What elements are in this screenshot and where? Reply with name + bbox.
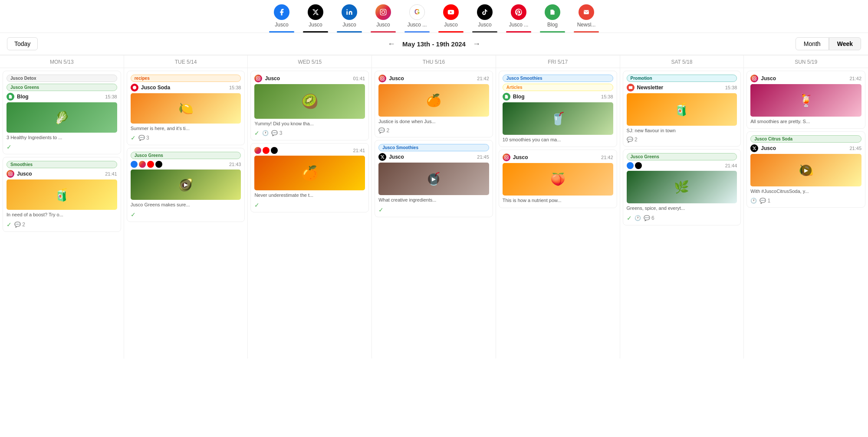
social-label-google: Jusco ... bbox=[408, 22, 427, 28]
card-header-tue-1: Jusco Soda 15:38 bbox=[131, 84, 241, 91]
svg-rect-9 bbox=[381, 77, 384, 80]
pinterest-platform-icon bbox=[131, 84, 138, 91]
day-header-tue: TUE 5/14 bbox=[124, 55, 248, 68]
card-text-tue-2: Jusco Greens makes sure... bbox=[131, 202, 241, 208]
tt-sm-icon bbox=[155, 161, 162, 168]
card-footer-sat-2: ✓ 🕐 💬 6 bbox=[627, 215, 737, 222]
yt-sm-icon bbox=[147, 161, 154, 168]
tag-recipes: recipes bbox=[131, 75, 241, 82]
social-item-blog[interactable]: Blog bbox=[537, 4, 568, 33]
day-header-sat: SAT 5/18 bbox=[620, 55, 744, 68]
card-time: 21:42 bbox=[477, 76, 489, 81]
day-col-fri: FRI 5/17 Jusco Smoothies Articles Blog 1… bbox=[496, 55, 620, 359]
card-image-wed-2: 🍊 bbox=[254, 156, 365, 190]
card-image-tue-1: 🍋 bbox=[131, 93, 241, 124]
month-view-button[interactable]: Month bbox=[796, 37, 829, 50]
card-header-fri-2: Jusco 21:42 bbox=[503, 153, 613, 161]
social-item-instagram[interactable]: Jusco bbox=[368, 4, 398, 33]
card-fri-1[interactable]: Jusco Smoothies Articles Blog 15:38 🥤 10… bbox=[499, 71, 617, 147]
card-sun-1[interactable]: Jusco 21:42 🍹 All smoothies are pretty. … bbox=[746, 71, 865, 129]
social-underline-twitter bbox=[303, 31, 328, 33]
card-wed-2[interactable]: 21:41 🍊 Never underestimate the t... ✓ bbox=[250, 143, 369, 212]
check-icon: ✓ bbox=[7, 221, 12, 228]
card-text-sat-2: Greens, spice, and everyt... bbox=[627, 205, 737, 212]
tag-articles: Articles bbox=[503, 84, 613, 91]
card-platform-label: Jusco bbox=[761, 145, 847, 151]
card-platform-label: Jusco bbox=[389, 154, 474, 160]
card-footer-mon-2: ✓ 💬 2 bbox=[7, 221, 117, 228]
card-image-thu-1: 🍊 bbox=[378, 84, 489, 117]
social-item-facebook[interactable]: Jusco bbox=[266, 4, 297, 33]
card-footer-wed-1: ✓ 🕐 💬 3 bbox=[254, 130, 365, 137]
card-footer-thu-1: 💬 2 bbox=[378, 127, 489, 134]
social-label-pinterest: Jusco ... bbox=[509, 22, 529, 28]
card-header-wed-2: 21:41 bbox=[254, 147, 365, 154]
card-platform-label: Newsletter bbox=[637, 85, 723, 91]
card-header-sat-2: 21:44 bbox=[627, 162, 737, 169]
social-item-tiktok[interactable]: Jusco bbox=[470, 4, 500, 33]
card-time: 15:38 bbox=[229, 85, 241, 90]
card-text-mon-1: 3 Healthy Ingredients to ... bbox=[7, 134, 117, 141]
day-content-thu: Jusco 21:42 🍊 Justice is done when Jus..… bbox=[372, 68, 496, 359]
day-header-thu: THU 5/16 bbox=[372, 55, 496, 68]
day-header-sun: SUN 5/19 bbox=[744, 55, 868, 68]
blog-icon bbox=[545, 4, 560, 20]
card-mon-1[interactable]: Jusco Detox Jusco Greens Blog 15:38 🥬 3 … bbox=[3, 71, 121, 154]
social-label-newsletter: Newsl... bbox=[577, 22, 596, 28]
card-time: 15:38 bbox=[601, 94, 613, 99]
card-wed-1[interactable]: Jusco 01:41 🥝 Yummy! Did you know tha...… bbox=[250, 71, 369, 140]
card-thu-2[interactable]: Jusco Smoothies Jusco 21:45 🥤 ▶ What cre… bbox=[375, 140, 493, 217]
social-item-linkedin[interactable]: Jusco bbox=[334, 4, 365, 33]
card-header-sat-1: Newsletter 15:38 bbox=[627, 84, 737, 91]
check-icon: ✓ bbox=[131, 211, 136, 218]
social-underline-facebook bbox=[269, 31, 294, 33]
check-icon: ✓ bbox=[254, 130, 260, 137]
day-col-thu: THU 5/16 Jusco 21:42 🍊 Justice is done w… bbox=[372, 55, 496, 359]
day-header-mon: MON 5/13 bbox=[0, 55, 124, 68]
card-fri-2[interactable]: Jusco 21:42 🍑 This is how a nutrient pow… bbox=[499, 150, 617, 208]
comment-icon: 💬 1 bbox=[760, 198, 770, 204]
social-item-twitter[interactable]: Jusco bbox=[300, 4, 331, 33]
multi-platform-icons bbox=[627, 162, 642, 169]
card-image-fri-2: 🍑 bbox=[503, 163, 613, 196]
instagram-platform-icon bbox=[254, 75, 262, 82]
card-header-fri-1: Blog 15:38 bbox=[503, 93, 613, 101]
today-button[interactable]: Today bbox=[7, 37, 38, 50]
card-header-mon-1: Blog 15:38 bbox=[7, 93, 117, 101]
social-item-youtube[interactable]: Jusco bbox=[436, 4, 466, 33]
card-sat-1[interactable]: Promotion Newsletter 15:38 🧃 SJ: new fla… bbox=[623, 71, 741, 147]
twitter-platform-icon bbox=[378, 153, 386, 161]
card-sun-2[interactable]: Jusco Citrus Soda Jusco 21:45 🍋 ▶ With #… bbox=[746, 131, 865, 207]
card-mon-2[interactable]: Smoothies Jusco 21:41 🧃 In need of a boo… bbox=[3, 157, 121, 232]
card-tue-1[interactable]: recipes Jusco Soda 15:38 🍋 Summer is her… bbox=[127, 71, 245, 145]
week-view-button[interactable]: Week bbox=[829, 37, 861, 50]
nav-center: ← May 13th - 19th 2024 → bbox=[388, 39, 480, 49]
social-underline-newsletter bbox=[574, 31, 599, 33]
date-range-label: May 13th - 19th 2024 bbox=[402, 40, 466, 48]
card-text-sun-1: All smoothies are pretty. S... bbox=[750, 118, 861, 125]
card-footer-tue-1: ✓ 💬 3 bbox=[131, 134, 241, 141]
social-underline-tiktok bbox=[472, 31, 497, 33]
next-week-button[interactable]: → bbox=[473, 39, 480, 49]
pinterest-icon bbox=[511, 4, 526, 20]
social-item-newsletter[interactable]: Newsl... bbox=[571, 4, 602, 33]
blog-platform-icon bbox=[503, 93, 510, 101]
card-header-sun-1: Jusco 21:42 bbox=[750, 75, 861, 82]
card-platform-label: Jusco bbox=[265, 75, 350, 82]
social-item-pinterest[interactable]: Jusco ... bbox=[503, 4, 534, 33]
card-sat-2[interactable]: Jusco Greens 21:44 🌿 Greens, spice, and … bbox=[623, 149, 741, 225]
social-label-facebook: Jusco bbox=[275, 22, 288, 28]
prev-week-button[interactable]: ← bbox=[388, 39, 395, 49]
instagram-platform-icon bbox=[503, 153, 510, 161]
svg-rect-4 bbox=[9, 172, 12, 176]
card-platform-label: Jusco Soda bbox=[141, 85, 227, 91]
day-col-sat: SAT 5/18 Promotion Newsletter 15:38 🧃 SJ… bbox=[620, 55, 744, 359]
card-image-mon-2: 🧃 bbox=[7, 179, 117, 210]
card-thu-1[interactable]: Jusco 21:42 🍊 Justice is done when Jus..… bbox=[375, 71, 493, 137]
video-overlay: ▶ bbox=[180, 179, 191, 190]
social-item-google[interactable]: G Jusco ... bbox=[402, 4, 432, 33]
tiktok-icon bbox=[477, 4, 493, 20]
card-tue-2[interactable]: Jusco Greens 21:43 🥑 ▶ Jusc bbox=[127, 148, 245, 222]
card-footer-mon-1: ✓ bbox=[7, 143, 117, 150]
svg-point-3 bbox=[385, 10, 385, 11]
